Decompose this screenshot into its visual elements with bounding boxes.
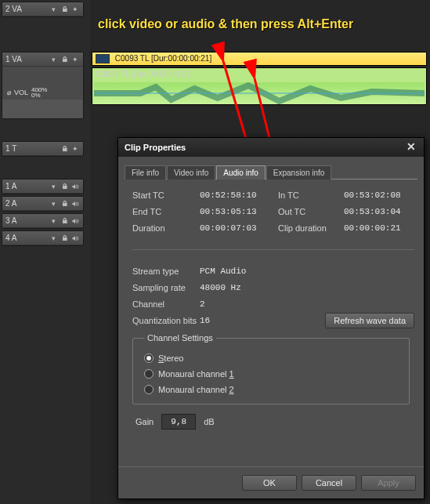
value-start-tc: 00:52:58:10 [200, 190, 275, 200]
tab-audio-info[interactable]: Audio info [216, 165, 265, 179]
lock-icon[interactable]: 🔒︎ [60, 5, 69, 14]
clip-thumbnail-icon [96, 54, 110, 63]
value-channel: 2 [200, 299, 414, 309]
track-4a[interactable]: 4 A ▾ 🔒︎ 🔊︎ [2, 230, 84, 246]
mute-icon[interactable]: ✦ [70, 144, 80, 154]
label-in-tc: In TC [278, 190, 341, 200]
value-sampling-rate: 48000 Hz [200, 283, 414, 292]
radio-stereo[interactable]: Stereo [144, 350, 398, 366]
chevron-down-icon[interactable]: ▾ [49, 5, 58, 14]
value-stream-type: PCM Audio [200, 267, 414, 276]
track-label: 1 A [5, 182, 47, 190]
label-end-tc: End TC [132, 207, 197, 216]
channel-settings-legend: Channel Settings [144, 333, 216, 343]
clip-label: C0093 TL [Dur:00:00:00:21] [115, 54, 211, 63]
lock-icon[interactable]: 🔒︎ [60, 234, 69, 243]
track-body: ⌀ VOL 400% 0% [2, 67, 83, 100]
lock-icon[interactable]: 🔒︎ [60, 144, 69, 154]
radio-icon [144, 385, 154, 394]
value-clip-duration: 00:00:00:21 [344, 223, 414, 233]
dialog-body: Start TC 00:52:58:10 In TC 00:53:02:08 E… [118, 179, 424, 445]
mute-icon[interactable]: ✦ [70, 5, 80, 14]
radio-icon [144, 369, 154, 379]
cancel-button[interactable]: Cancel [302, 475, 356, 491]
gain-label: Gain [136, 417, 154, 426]
chevron-down-icon[interactable]: ▾ [49, 182, 58, 191]
link-icon[interactable]: ⌀ [7, 89, 11, 96]
close-icon[interactable]: ✕ [405, 141, 417, 154]
gain-row: Gain dB [136, 414, 410, 430]
gain-unit: dB [204, 417, 214, 426]
lock-icon[interactable]: 🔒︎ [60, 55, 69, 64]
track-1a[interactable]: 1 A ▾ 🔒︎ 🔊︎ [2, 179, 84, 194]
track-2va[interactable]: 2 VA ▾ 🔒︎ ✦ [2, 2, 84, 17]
label-sampling-rate: Sampling rate [132, 283, 197, 292]
label-out-tc: Out TC [278, 207, 341, 216]
track-label: 4 A [5, 234, 47, 242]
radio-monaural-1[interactable]: Monaural channel 1 [144, 366, 398, 382]
clip-audio[interactable]: C0093 TL [Dur:00:00:00:21] [92, 67, 427, 105]
track-2a[interactable]: 2 A ▾ 🔒︎ 🔊︎ [2, 196, 84, 212]
chevron-down-icon[interactable]: ▾ [49, 234, 58, 243]
track-label: 2 A [5, 199, 47, 208]
clip-video[interactable]: C0093 TL [Dur:00:00:00:21] [92, 52, 427, 66]
value-out-tc: 00:53:03:04 [344, 207, 414, 216]
ok-button[interactable]: OK [242, 475, 297, 491]
value-quantization: 16 [200, 316, 275, 325]
label-clip-duration: Clip duration [278, 223, 341, 233]
clip-properties-dialog: Clip Properties ✕ File info Video info A… [117, 137, 425, 499]
value-end-tc: 00:53:05:13 [200, 207, 275, 216]
waveform-icon [94, 82, 425, 104]
value-in-tc: 00:53:02:08 [344, 190, 414, 200]
label-stream-type: Stream type [132, 267, 197, 276]
dialog-titlebar[interactable]: Clip Properties ✕ [118, 138, 424, 157]
mute-icon[interactable]: ✦ [70, 55, 80, 64]
refresh-wave-button[interactable]: Refresh wave data [325, 313, 414, 328]
track-1va[interactable]: 1 VA ▾ 🔒︎ ✦ ⌀ VOL 400% 0% [2, 52, 84, 119]
chevron-down-icon[interactable]: ▾ [49, 199, 58, 208]
dialog-title: Clip Properties [125, 143, 186, 152]
tab-expansion-info[interactable]: Expansion info [266, 165, 332, 179]
lock-icon[interactable]: 🔒︎ [60, 182, 69, 191]
track-label: 3 A [5, 216, 47, 225]
value-duration: 00:00:07:03 [200, 223, 275, 233]
chevron-down-icon[interactable]: ▾ [49, 55, 58, 64]
label-channel: Channel [132, 299, 197, 309]
mute-icon[interactable]: 🔊︎ [70, 182, 80, 191]
mute-icon[interactable]: 🔊︎ [70, 199, 80, 208]
lock-icon[interactable]: 🔒︎ [60, 216, 69, 226]
track-label: 1 VA [5, 55, 47, 63]
tab-bar: File info Video info Audio info Expansio… [125, 165, 417, 179]
gain-input[interactable] [161, 414, 196, 430]
clip-label: C0093 TL [Dur:00:00:00:21] [96, 70, 192, 78]
dialog-footer: OK Cancel Apply [118, 466, 424, 499]
mute-icon[interactable]: 🔊︎ [70, 216, 80, 226]
track-label: 2 VA [5, 5, 47, 13]
label-quantization: Quantization bits [132, 316, 197, 325]
apply-button[interactable]: Apply [361, 475, 416, 491]
volume-label: ⌀ VOL 400% 0% [4, 87, 81, 98]
mute-icon[interactable]: 🔊︎ [70, 234, 80, 243]
tab-video-info[interactable]: Video info [167, 165, 215, 179]
track-1t[interactable]: 1 T 🔒︎ ✦ [2, 141, 84, 157]
track-label: 1 T [5, 144, 58, 153]
label-duration: Duration [132, 223, 197, 233]
lock-icon[interactable]: 🔒︎ [60, 199, 69, 208]
annotation-text: click video or audio & then press Alt+En… [98, 17, 353, 31]
chevron-down-icon[interactable]: ▾ [49, 216, 58, 226]
channel-settings-group: Channel Settings Stereo Monaural channel… [132, 333, 410, 404]
track-3a[interactable]: 3 A ▾ 🔒︎ 🔊︎ [2, 213, 84, 229]
tab-file-info[interactable]: File info [125, 165, 166, 179]
label-start-tc: Start TC [132, 190, 197, 200]
radio-icon [144, 354, 154, 363]
radio-monaural-2[interactable]: Monaural channel 2 [144, 382, 398, 397]
